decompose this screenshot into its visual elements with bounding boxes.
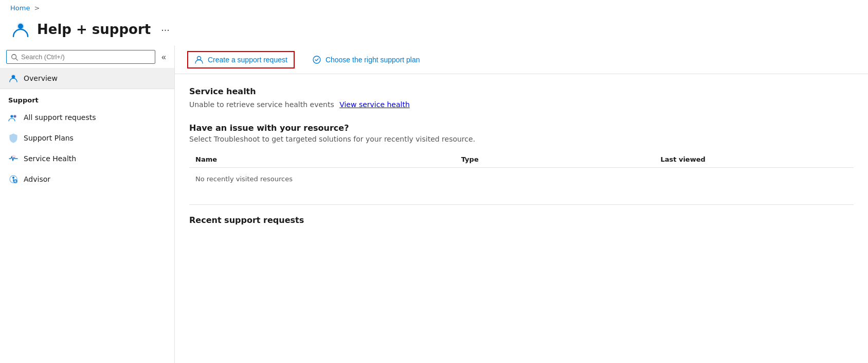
- col-header-type: Type: [455, 151, 655, 168]
- view-service-health-link[interactable]: View service health: [339, 100, 410, 109]
- svg-point-5: [12, 75, 15, 78]
- svg-point-9: [14, 115, 16, 117]
- table-row-empty: No recently visited resources: [189, 168, 854, 191]
- create-support-icon: [194, 55, 204, 64]
- section-divider: [189, 204, 854, 205]
- svg-point-11: [12, 177, 14, 179]
- col-header-name: Name: [189, 151, 455, 168]
- service-health-status: Unable to retrieve service health events…: [189, 100, 854, 109]
- breadcrumb: Home >: [0, 0, 868, 16]
- sidebar-item-service-health[interactable]: Service Health: [0, 148, 174, 169]
- home-link[interactable]: Home: [10, 4, 30, 12]
- resource-section-subtitle: Select Troubleshoot to get targeted solu…: [189, 135, 854, 143]
- help-support-icon: [10, 19, 31, 40]
- resource-section-title: Have an issue with your resource?: [189, 123, 854, 133]
- sidebar-item-advisor-label: Advisor: [24, 175, 50, 183]
- action-bar: Create a support request Choose the righ…: [175, 46, 868, 74]
- svg-point-14: [313, 56, 320, 63]
- sidebar: « Overview Support: [0, 46, 175, 363]
- collapse-sidebar-button[interactable]: «: [159, 50, 168, 64]
- unable-text: Unable to retrieve service health events: [189, 100, 334, 109]
- create-support-request-button[interactable]: Create a support request: [187, 51, 295, 68]
- choose-plan-icon: [312, 55, 321, 64]
- page-header: Help + support ···: [0, 16, 868, 46]
- page-title: Help + support: [37, 22, 151, 37]
- sidebar-item-all-support-requests[interactable]: All support requests: [0, 107, 174, 128]
- empty-table-message: No recently visited resources: [189, 168, 854, 191]
- service-health-section: Service health Unable to retrieve servic…: [189, 87, 854, 109]
- resource-section: Have an issue with your resource? Select…: [189, 123, 854, 190]
- resource-table: Name Type Last viewed No recently visite…: [189, 151, 854, 190]
- content-area: Create a support request Choose the righ…: [175, 46, 868, 363]
- sidebar-item-overview[interactable]: Overview: [0, 68, 174, 89]
- choose-plan-label: Choose the right support plan: [326, 56, 420, 64]
- search-icon: [11, 54, 18, 61]
- advisor-icon: [8, 174, 19, 184]
- sidebar-item-overview-label: Overview: [24, 74, 58, 82]
- service-health-title: Service health: [189, 87, 854, 96]
- sidebar-item-all-support-label: All support requests: [24, 113, 96, 122]
- sidebar-item-support-plans[interactable]: Support Plans: [0, 128, 174, 148]
- support-section-label: Support: [0, 89, 174, 107]
- breadcrumb-separator: >: [34, 4, 40, 12]
- search-input[interactable]: [21, 53, 151, 61]
- service-health-icon: [8, 153, 19, 164]
- overview-icon: [8, 73, 19, 83]
- search-container: [6, 50, 155, 64]
- content-body: Service health Unable to retrieve servic…: [175, 74, 868, 252]
- support-plans-icon: [8, 133, 19, 143]
- recent-support-section: Recent support requests: [189, 215, 854, 225]
- svg-line-3: [16, 58, 18, 60]
- more-options-button[interactable]: ···: [157, 22, 174, 38]
- create-support-label: Create a support request: [208, 56, 287, 64]
- col-header-last-viewed: Last viewed: [654, 151, 854, 168]
- sidebar-item-service-health-label: Service Health: [24, 154, 76, 163]
- choose-plan-button[interactable]: Choose the right support plan: [307, 52, 425, 67]
- recent-section-title: Recent support requests: [189, 215, 854, 225]
- svg-point-1: [18, 24, 23, 29]
- sidebar-item-advisor[interactable]: Advisor: [0, 169, 174, 189]
- all-support-icon: [8, 112, 19, 123]
- sidebar-item-support-plans-label: Support Plans: [24, 134, 74, 142]
- search-bar-wrapper: «: [0, 46, 174, 68]
- svg-point-7: [11, 115, 13, 117]
